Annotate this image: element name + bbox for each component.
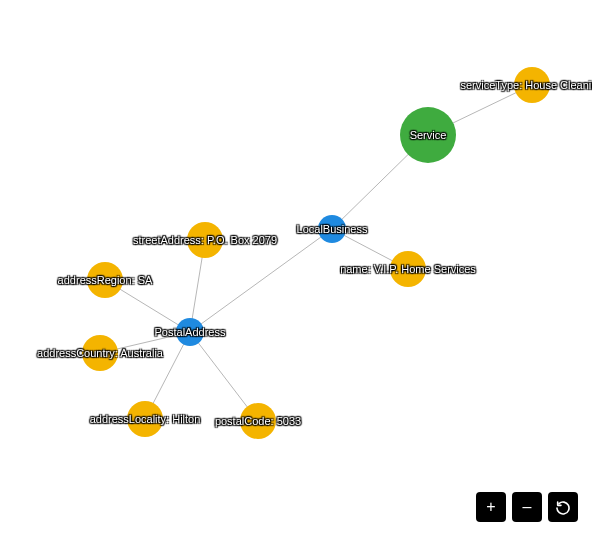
graph-node-addressLocality[interactable] <box>127 401 163 437</box>
graph-node-localBusiness[interactable] <box>318 215 346 243</box>
graph-node-serviceType[interactable] <box>514 67 550 103</box>
zoom-controls: + – <box>476 492 578 522</box>
graph-node-postalCode[interactable] <box>240 403 276 439</box>
graph-node-postalAddress[interactable] <box>176 318 204 346</box>
graph-node-addressCountry[interactable] <box>82 335 118 371</box>
graph-node-service[interactable] <box>400 107 456 163</box>
graph-node-streetAddress[interactable] <box>187 222 223 258</box>
zoom-in-button[interactable]: + <box>476 492 506 522</box>
graph-canvas[interactable]: ServiceserviceType: House CleaningLocalB… <box>0 0 592 536</box>
reset-view-button[interactable] <box>548 492 578 522</box>
zoom-out-button[interactable]: – <box>512 492 542 522</box>
graph-edges-layer <box>0 0 592 536</box>
graph-node-addressRegion[interactable] <box>87 262 123 298</box>
reset-icon <box>555 500 571 516</box>
graph-node-bizName[interactable] <box>390 251 426 287</box>
